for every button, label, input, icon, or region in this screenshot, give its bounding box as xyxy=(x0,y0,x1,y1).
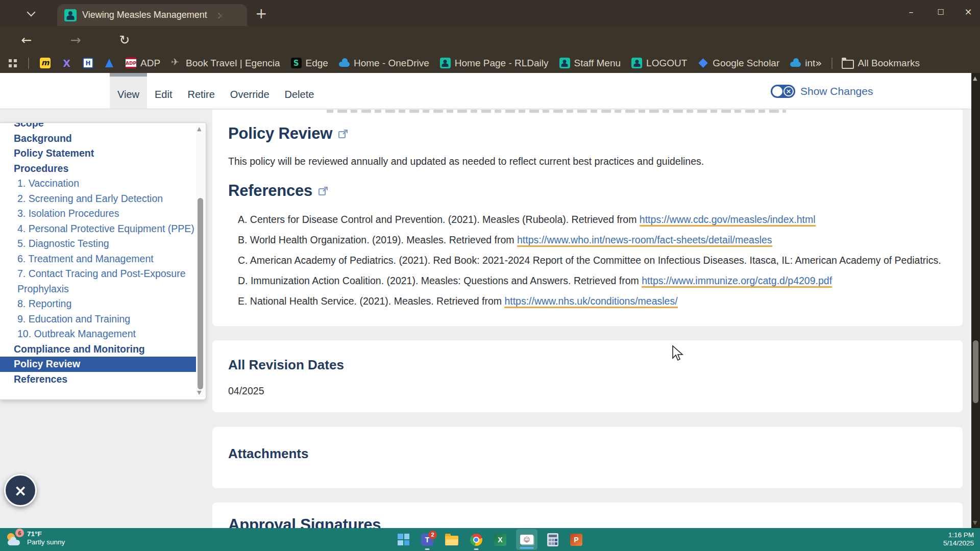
file-explorer-icon[interactable] xyxy=(445,536,458,545)
share-link-icon[interactable] xyxy=(317,185,330,197)
window-maximize-button[interactable] xyxy=(929,0,952,22)
page-scrollbar-thumb[interactable] xyxy=(973,340,978,403)
policy-review-heading: Policy Review xyxy=(228,110,963,143)
revision-dates-card: All Revision Dates 04/2025 xyxy=(212,340,963,412)
bookmark-item[interactable]: Staff Menu xyxy=(559,58,621,69)
all-bookmarks-button[interactable]: All Bookmarks xyxy=(842,58,920,69)
page-scrollbar[interactable] xyxy=(971,73,980,528)
tab-search-button[interactable] xyxy=(23,6,39,21)
toc-item[interactable]: 4. Personal Protective Equipment (PPE) xyxy=(14,221,195,237)
toc-item[interactable]: 1. Vaccination xyxy=(14,176,195,191)
bookmark-item[interactable]: LOGOUT xyxy=(631,58,687,69)
tab-title-fade xyxy=(209,8,227,22)
teams-icon[interactable]: 2 xyxy=(421,534,433,546)
bookmark-item[interactable]: Home Page - RLDaily xyxy=(440,58,549,69)
reload-button[interactable] xyxy=(116,32,133,48)
browser-tab[interactable]: Viewing Measles Management xyxy=(57,4,247,26)
bookmarks-overflow-icon[interactable] xyxy=(815,57,822,69)
show-changes-label: Show Changes xyxy=(800,85,873,97)
toc-item[interactable]: 5. Diagnostic Testing xyxy=(14,236,195,252)
toc-item[interactable]: 9. Education and Training xyxy=(14,312,195,327)
plane-icon xyxy=(171,58,182,68)
cloud-icon xyxy=(790,58,801,68)
action-tab[interactable]: Retire xyxy=(180,73,222,109)
excel-icon[interactable] xyxy=(494,534,506,546)
forward-button[interactable] xyxy=(67,32,84,48)
scroll-down-icon[interactable] xyxy=(973,519,977,526)
toc-item[interactable]: 6. Treatment and Management xyxy=(14,252,195,267)
bookmark-item[interactable]: Book Travel | Egencia xyxy=(171,58,280,69)
revision-dates-heading: All Revision Dates xyxy=(228,357,963,373)
reference-link[interactable]: https://www.who.int/news-room/fact-sheet… xyxy=(517,234,772,247)
chrome-icon[interactable] xyxy=(470,534,482,546)
policystat-favicon xyxy=(64,9,77,21)
toc-item[interactable]: 7. Contact Tracing and Post-Exposure Pro… xyxy=(14,266,195,296)
scroll-up-icon[interactable] xyxy=(973,75,977,82)
toc-item[interactable]: Policy Statement xyxy=(14,146,195,161)
show-changes-toggle[interactable] xyxy=(771,85,795,98)
bookmark-item[interactable] xyxy=(83,58,93,68)
policy-document-card: Policy Review This policy will be review… xyxy=(212,110,963,326)
bookmark-item[interactable]: international | Salesf... xyxy=(790,58,815,69)
active-indicator xyxy=(520,547,534,549)
person-icon xyxy=(631,58,642,68)
apps-grid-icon[interactable] xyxy=(8,59,17,68)
running-indicator xyxy=(474,548,479,550)
action-tab[interactable]: Override xyxy=(223,73,277,109)
window-close-button[interactable] xyxy=(957,0,980,22)
window-minimize-button[interactable] xyxy=(899,0,923,22)
bookmark-item[interactable] xyxy=(61,58,72,68)
toc-scrollbar-thumb[interactable] xyxy=(198,198,203,389)
back-button[interactable] xyxy=(18,32,35,48)
toc-item[interactable]: Background xyxy=(14,131,195,146)
new-tab-button[interactable] xyxy=(255,5,267,22)
toc-item[interactable]: 3. Isolation Procedures xyxy=(14,206,195,221)
scroll-up-icon[interactable] xyxy=(197,126,201,132)
edge-icon xyxy=(291,58,302,68)
clock-time: 1:16 PM xyxy=(943,531,974,539)
toc-item[interactable]: 8. Reporting xyxy=(14,296,195,312)
reference-link[interactable]: https://www.cdc.gov/measles/index.html xyxy=(640,214,816,227)
toc-item[interactable]: 2. Screening and Early Detection xyxy=(14,191,195,207)
bookmark-item[interactable] xyxy=(104,58,115,68)
chevron-down-icon xyxy=(27,8,36,16)
scroll-down-icon[interactable] xyxy=(197,389,201,396)
toc-item[interactable]: References xyxy=(14,372,195,387)
action-tab[interactable]: Delete xyxy=(277,73,322,109)
person-icon xyxy=(559,58,570,68)
calculator-icon[interactable] xyxy=(547,533,558,546)
start-button-icon[interactable] xyxy=(398,534,409,545)
scholar-icon xyxy=(698,58,708,68)
powerpoint-icon[interactable] xyxy=(570,534,582,546)
approval-signatures-card: Approval Signatures xyxy=(212,503,963,528)
bookmark-item[interactable] xyxy=(40,58,51,68)
bookmark-item[interactable]: Edge xyxy=(291,58,328,69)
reference-item: E. National Health Service. (2021). Meas… xyxy=(238,295,963,307)
toggle-off-icon xyxy=(783,86,794,96)
toc-item[interactable]: Procedures xyxy=(14,161,195,177)
reference-link[interactable]: https://www.nhs.uk/conditions/measles/ xyxy=(504,295,677,308)
bookmark-item[interactable]: Home - OneDrive xyxy=(339,58,429,69)
miro-icon xyxy=(40,58,51,68)
toc-item[interactable]: 10. Outbreak Management xyxy=(14,327,195,342)
bookmark-item[interactable]: ADP xyxy=(126,58,160,69)
toc-item[interactable]: Compliance and Monitoring xyxy=(14,342,195,357)
revision-date-value: 04/2025 xyxy=(228,385,963,397)
reference-item: D. Immunization Action Coalition. (2021)… xyxy=(238,275,963,286)
reference-item: A. Centers for Disease Control and Preve… xyxy=(238,214,963,225)
toc-item[interactable]: Policy Review xyxy=(0,357,196,372)
active-app-button[interactable] xyxy=(516,529,537,550)
action-tab[interactable]: Edit xyxy=(147,73,180,109)
x-app-icon xyxy=(61,58,72,68)
action-tab[interactable]: View xyxy=(110,73,147,109)
share-link-icon[interactable] xyxy=(337,128,350,140)
references-list: A. Centers for Disease Control and Preve… xyxy=(228,214,963,307)
taskbar-clock[interactable]: 1:16 PM 5/14/2025 xyxy=(943,531,974,547)
toc-item[interactable]: Scope xyxy=(14,122,195,131)
toc-scrollbar[interactable] xyxy=(196,124,205,397)
reference-link[interactable]: https://www.immunize.org/catg.d/p4209.pd… xyxy=(642,275,832,288)
bookmark-item[interactable]: Google Scholar xyxy=(698,58,779,69)
floating-close-button[interactable] xyxy=(4,474,37,507)
approval-signatures-heading: Approval Signatures xyxy=(228,516,963,528)
browser-toolbar: demo-generalhospital.policystat.com/poli… xyxy=(0,26,980,53)
